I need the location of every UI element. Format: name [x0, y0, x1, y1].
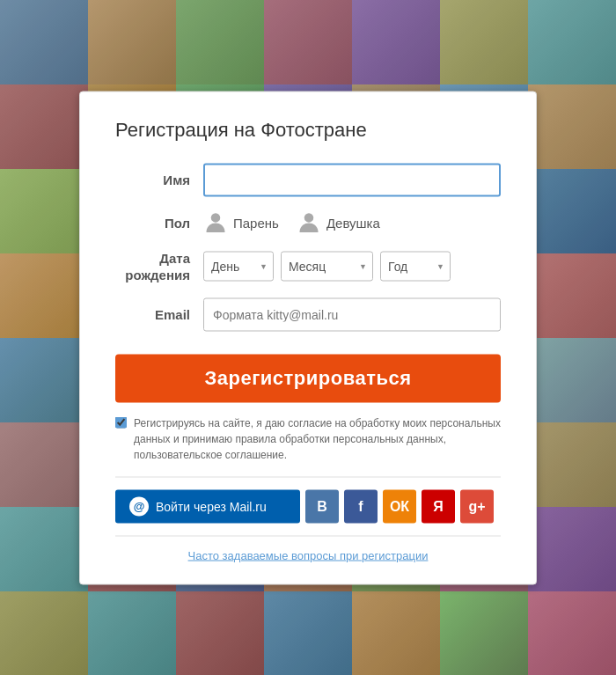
ok-icon: ОК — [390, 498, 409, 514]
year-select-wrapper: Год — [380, 252, 451, 282]
registration-card: Регистрация на Фотостране Имя Пол Парень… — [79, 91, 537, 584]
terms-text: Регистрируясь на сайте, я даю согласие н… — [134, 415, 501, 462]
fb-icon: f — [358, 498, 363, 514]
gender-row: Пол Парень Девушка — [115, 210, 501, 235]
svg-point-1 — [304, 213, 314, 223]
name-row: Имя — [115, 163, 501, 196]
faq-link[interactable]: Часто задаваемые вопросы при регистрации — [115, 548, 501, 561]
gp-login-button[interactable]: g+ — [460, 489, 494, 523]
gender-female-label: Девушка — [326, 216, 380, 231]
email-label: Email — [115, 307, 203, 322]
ya-login-button[interactable]: Я — [422, 489, 455, 523]
dob-label: Дата рождения — [115, 249, 203, 283]
name-input[interactable] — [203, 163, 501, 196]
mailru-login-label: Войти через Mail.ru — [156, 499, 267, 513]
vk-icon: В — [317, 498, 327, 514]
mailru-icon: @ — [129, 496, 149, 516]
date-selects: День Месяц Год — [203, 252, 451, 282]
gp-icon: g+ — [468, 498, 485, 514]
day-select[interactable]: День — [203, 252, 274, 282]
terms-row: Регистрируясь на сайте, я даю согласие н… — [115, 415, 501, 462]
ok-login-button[interactable]: ОК — [383, 489, 416, 523]
gender-male-option[interactable]: Парень — [203, 210, 279, 235]
page-title: Регистрация на Фотостране — [115, 118, 501, 141]
name-label: Имя — [115, 172, 203, 187]
social-row: @ Войти через Mail.ru В f ОК Я g+ — [115, 489, 501, 523]
day-select-wrapper: День — [203, 252, 274, 282]
divider — [115, 476, 501, 477]
mailru-login-button[interactable]: @ Войти через Mail.ru — [115, 489, 300, 523]
month-select-wrapper: Месяц — [281, 252, 373, 282]
month-select[interactable]: Месяц — [281, 252, 373, 282]
gender-male-label: Парень — [233, 216, 279, 231]
gender-options: Парень Девушка — [203, 210, 380, 235]
female-icon — [297, 210, 321, 235]
gender-female-option[interactable]: Девушка — [297, 210, 380, 235]
svg-point-0 — [211, 213, 221, 223]
divider-2 — [115, 535, 501, 536]
terms-checkbox[interactable] — [115, 416, 127, 428]
dob-row: Дата рождения День Месяц Год — [115, 249, 501, 283]
vk-login-button[interactable]: В — [305, 489, 339, 523]
register-button[interactable]: Зарегистрироваться — [115, 354, 501, 402]
gender-label: Пол — [115, 216, 203, 231]
fb-login-button[interactable]: f — [344, 489, 378, 523]
male-icon — [203, 210, 228, 235]
ya-icon: Я — [433, 498, 444, 514]
email-row: Email — [115, 297, 501, 331]
year-select[interactable]: Год — [380, 252, 451, 282]
email-input[interactable] — [203, 297, 501, 331]
